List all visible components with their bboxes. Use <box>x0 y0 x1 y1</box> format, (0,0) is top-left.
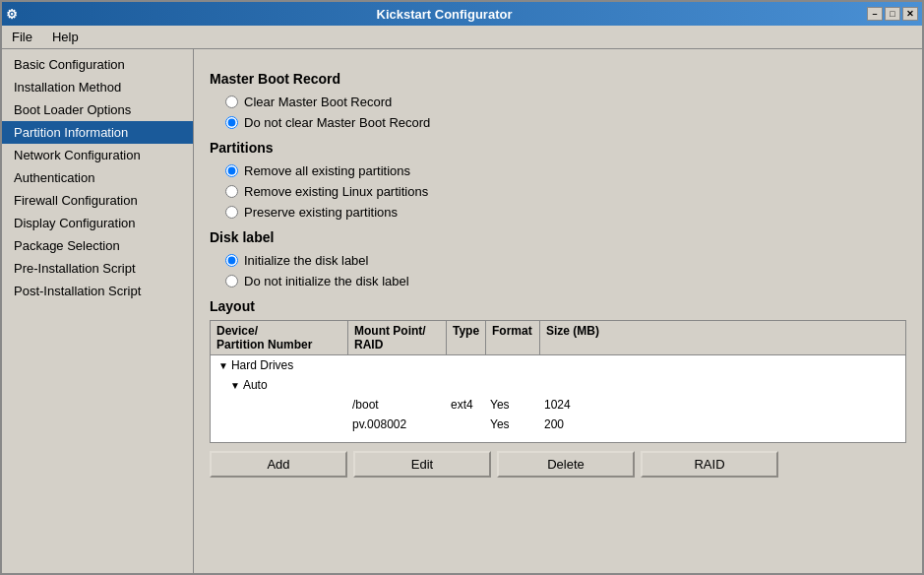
hard-drives-row: ▼ Hard Drives <box>211 357 348 373</box>
tree-arrow-auto: ▼ Auto <box>215 378 344 392</box>
master-boot-record-title: Master Boot Record <box>210 71 906 87</box>
partitions-radio-group: Remove all existing partitions Remove ex… <box>225 163 906 220</box>
partition-table: Device/Partition Number Mount Point/RAID… <box>210 320 906 443</box>
auto-label: Auto <box>243 378 268 392</box>
minimize-button[interactable]: – <box>867 7 883 21</box>
boot-size: 1024 <box>540 397 575 413</box>
mbr-do-not-clear-row: Do not clear Master Boot Record <box>225 115 906 130</box>
initialize-disk-label: Initialize the disk label <box>244 253 368 268</box>
menu-file[interactable]: File <box>6 28 38 46</box>
preserve-radio[interactable] <box>225 206 238 219</box>
edit-button[interactable]: Edit <box>353 451 491 478</box>
pv-mount: pv.008002 <box>348 416 447 432</box>
mbr-clear-row: Clear Master Boot Record <box>225 95 906 109</box>
disk-label-radio-group: Initialize the disk label Do not initial… <box>225 253 906 288</box>
initialize-disk-radio[interactable] <box>225 254 238 267</box>
app-icon: ⚙ <box>2 4 22 24</box>
remove-linux-radio[interactable] <box>225 185 238 198</box>
disk-label-title: Disk label <box>210 229 906 245</box>
tree-arrow-hard-drives: ▼ Hard Drives <box>215 358 344 372</box>
partitions-title: Partitions <box>210 140 906 156</box>
sidebar-item-display-configuration[interactable]: Display Configuration <box>2 212 193 234</box>
remove-all-radio[interactable] <box>225 164 238 177</box>
partitions-section: Partitions Remove all existing partition… <box>210 140 906 220</box>
remove-linux-label: Remove existing Linux partitions <box>244 184 428 199</box>
do-not-initialize-disk-label: Do not initialize the disk label <box>244 274 409 288</box>
pv-format: Yes <box>486 416 540 432</box>
content-area: Basic Configuration Installation Method … <box>2 49 922 573</box>
col-mount-header: Mount Point/RAID <box>348 321 447 354</box>
remove-all-row: Remove all existing partitions <box>225 163 906 178</box>
table-body: ▼ Hard Drives <box>211 355 905 442</box>
sidebar-item-partition-information[interactable]: Partition Information <box>2 121 193 144</box>
table-row: ▼ Hard Drives <box>211 355 905 375</box>
menu-bar: File Help <box>2 26 922 49</box>
sidebar-item-basic-configuration[interactable]: Basic Configuration <box>2 53 193 76</box>
restore-button[interactable]: □ <box>885 7 900 21</box>
sidebar-item-authentication[interactable]: Authentication <box>2 166 193 189</box>
auto-row: ▼ Auto <box>211 377 348 393</box>
sidebar-item-installation-method[interactable]: Installation Method <box>2 76 193 98</box>
do-not-clear-mbr-label: Do not clear Master Boot Record <box>244 115 430 130</box>
app-window: ⚙ Kickstart Configurator – □ ✕ File Help… <box>0 0 924 575</box>
sidebar-item-boot-loader-options[interactable]: Boot Loader Options <box>2 98 193 121</box>
do-not-initialize-disk-radio[interactable] <box>225 275 238 288</box>
col-type-header: Type <box>447 321 486 354</box>
menu-help[interactable]: Help <box>46 28 85 46</box>
sidebar-item-package-selection[interactable]: Package Selection <box>2 234 193 257</box>
pv-size: 200 <box>540 416 568 432</box>
table-row: pv.008002 Yes 200 <box>211 415 905 434</box>
table-row: ▼ Auto <box>211 375 905 395</box>
hard-drives-label: Hard Drives <box>231 358 293 372</box>
sidebar: Basic Configuration Installation Method … <box>2 49 194 573</box>
raid-button[interactable]: RAID <box>641 451 778 478</box>
title-bar: ⚙ Kickstart Configurator – □ ✕ <box>2 2 922 26</box>
table-header: Device/Partition Number Mount Point/RAID… <box>211 321 905 355</box>
add-button[interactable]: Add <box>210 451 347 478</box>
sidebar-item-firewall-configuration[interactable]: Firewall Configuration <box>2 189 193 212</box>
mbr-radio-group: Clear Master Boot Record Do not clear Ma… <box>225 95 906 130</box>
clear-mbr-radio[interactable] <box>225 96 238 108</box>
delete-button[interactable]: Delete <box>497 451 635 478</box>
col-device-header: Device/Partition Number <box>211 321 348 354</box>
do-not-initialize-disk-row: Do not initialize the disk label <box>225 274 906 288</box>
initialize-disk-row: Initialize the disk label <box>225 253 906 268</box>
sidebar-item-pre-installation-script[interactable]: Pre-Installation Script <box>2 257 193 280</box>
do-not-clear-mbr-radio[interactable] <box>225 116 238 129</box>
preserve-row: Preserve existing partitions <box>225 205 906 220</box>
remove-linux-row: Remove existing Linux partitions <box>225 184 906 199</box>
layout-title: Layout <box>210 298 906 314</box>
main-panel: Master Boot Record Clear Master Boot Rec… <box>194 49 922 573</box>
master-boot-record-section: Master Boot Record Clear Master Boot Rec… <box>210 71 906 130</box>
window-title: Kickstart Configurator <box>22 7 867 22</box>
col-format-header: Format <box>486 321 540 354</box>
action-buttons: Add Edit Delete RAID <box>210 451 906 478</box>
window-controls: – □ ✕ <box>867 7 922 21</box>
disk-label-section: Disk label Initialize the disk label Do … <box>210 229 906 288</box>
pv-type <box>447 423 486 425</box>
clear-mbr-label: Clear Master Boot Record <box>244 95 392 109</box>
table-row: /boot ext4 Yes 1024 <box>211 395 905 415</box>
boot-mount: /boot <box>348 397 447 413</box>
boot-type: ext4 <box>447 397 486 413</box>
layout-section: Layout Device/Partition Number Mount Poi… <box>210 298 906 478</box>
sidebar-item-network-configuration[interactable]: Network Configuration <box>2 144 193 166</box>
remove-all-label: Remove all existing partitions <box>244 163 410 178</box>
boot-format: Yes <box>486 397 540 413</box>
sidebar-item-post-installation-script[interactable]: Post-Installation Script <box>2 280 193 302</box>
col-size-header: Size (MB) <box>540 321 905 354</box>
close-button[interactable]: ✕ <box>902 7 918 21</box>
preserve-label: Preserve existing partitions <box>244 205 398 220</box>
